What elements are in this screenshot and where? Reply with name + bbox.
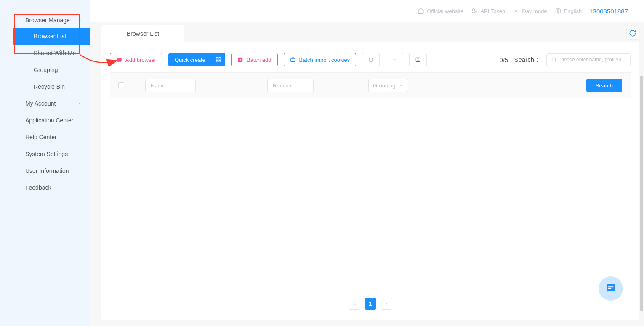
sidebar-item-label: Browser List: [34, 33, 66, 40]
svg-rect-5: [219, 58, 221, 59]
more-button[interactable]: [386, 53, 403, 66]
svg-point-1: [476, 11, 477, 13]
chevron-down-icon: [631, 8, 636, 13]
sidebar-item-label: System Settings: [25, 151, 68, 157]
chevron-up-icon: [77, 18, 82, 23]
filter-remark-input[interactable]: [267, 79, 314, 92]
quick-create-group: Quick create: [168, 53, 225, 66]
pagination-page-1[interactable]: 1: [365, 298, 376, 310]
sidebar-item-label: Grouping: [34, 66, 58, 73]
button-label: Quick create: [175, 57, 205, 63]
svg-point-11: [394, 59, 395, 60]
sidebar-item-recycle-bin[interactable]: Recycle Bin: [0, 78, 90, 95]
sidebar-item-label: Shared With Me: [34, 50, 76, 56]
search-box[interactable]: [546, 53, 631, 66]
filter-row: Grouping Search: [110, 72, 631, 98]
svg-rect-7: [219, 60, 221, 62]
quick-create-dropdown[interactable]: [212, 53, 225, 66]
sidebar-item-label: Application Center: [25, 117, 73, 124]
topbar-day-mode[interactable]: Day mode: [513, 8, 547, 14]
sidebar-item-label: Recycle Bin: [34, 83, 65, 90]
pagination-prev[interactable]: [349, 298, 360, 310]
svg-rect-6: [216, 60, 218, 62]
batch-add-button[interactable]: Batch add: [231, 53, 278, 66]
filter-name-input[interactable]: [145, 79, 196, 92]
scrollbar[interactable]: [640, 76, 643, 311]
select-all-checkbox[interactable]: [118, 82, 124, 88]
svg-point-14: [552, 58, 555, 61]
topbar-account[interactable]: 13003501887: [589, 8, 636, 15]
export-button[interactable]: [409, 53, 427, 66]
main-region: Official website API Token Day mode Engl…: [90, 0, 644, 326]
globe-icon: [555, 8, 562, 14]
sidebar-item-label: My Account: [25, 100, 56, 107]
add-browser-button[interactable]: Add browser: [110, 53, 162, 66]
button-label: Add browser: [125, 57, 156, 63]
trash-icon: [368, 57, 374, 63]
account-id-text: 13003501887: [589, 8, 628, 15]
chat-fab[interactable]: [599, 276, 623, 301]
sidebar-item-my-account[interactable]: My Account: [0, 95, 90, 112]
sidebar-item-application-center[interactable]: Application Center: [0, 112, 90, 129]
content-wrap: Browser List Add browser Quick create: [90, 22, 644, 326]
button-label: Search: [596, 82, 613, 89]
list-export-icon: [415, 57, 421, 63]
batch-import-cookies-button[interactable]: Batch import cookies: [284, 53, 357, 66]
topbar: Official website API Token Day mode Engl…: [90, 0, 644, 22]
search-icon: [551, 57, 557, 63]
sidebar-item-grouping[interactable]: Grouping: [0, 61, 90, 78]
select-placeholder: Grouping: [373, 82, 395, 89]
sidebar-section-label: Browser Manage: [25, 17, 70, 24]
home-icon: [418, 8, 424, 14]
grid-icon: [216, 57, 221, 63]
sidebar-item-user-information[interactable]: User Information: [0, 162, 90, 179]
toolbar: Add browser Quick create: [101, 50, 639, 72]
svg-point-2: [515, 10, 517, 12]
svg-point-12: [396, 59, 397, 60]
svg-point-10: [393, 59, 394, 60]
search-input[interactable]: [559, 57, 626, 63]
sidebar-item-label: User Information: [25, 167, 69, 174]
chevron-down-icon: [399, 83, 404, 88]
sidebar-item-system-settings[interactable]: System Settings: [0, 146, 90, 162]
plus-square-icon: [237, 57, 243, 63]
sidebar-item-feedback[interactable]: Feedback: [0, 179, 90, 196]
pagination-next[interactable]: [381, 298, 392, 310]
sidebar-item-browser-list[interactable]: Browser List: [13, 28, 90, 45]
sun-icon: [513, 8, 519, 14]
sidebar-item-label: Help Center: [25, 134, 57, 140]
quick-create-button[interactable]: Quick create: [168, 53, 212, 66]
topbar-language[interactable]: English: [555, 8, 582, 14]
ellipsis-icon: [391, 57, 397, 63]
sidebar-item-shared-with-me[interactable]: Shared With Me: [0, 45, 90, 61]
topbar-label: Day mode: [522, 8, 547, 14]
tab-browser-list[interactable]: Browser List: [101, 25, 184, 42]
refresh-button[interactable]: [626, 27, 639, 40]
sidebar-item-label: Feedback: [25, 184, 51, 191]
pagination: 1: [110, 291, 631, 311]
filter-grouping-select[interactable]: Grouping: [368, 79, 408, 92]
sidebar-item-help-center[interactable]: Help Center: [0, 129, 90, 146]
svg-rect-4: [216, 58, 218, 59]
tab-header: Browser List: [90, 22, 644, 42]
button-label: Batch add: [247, 57, 271, 63]
user-key-icon: [471, 8, 478, 14]
panel: Add browser Quick create: [101, 42, 639, 320]
filter-search-button[interactable]: Search: [586, 79, 622, 92]
tab-label: Browser List: [127, 30, 159, 37]
search-label: Search：: [514, 56, 540, 64]
topbar-api-token[interactable]: API Token: [471, 8, 505, 14]
browser-counter: 0/5: [500, 56, 508, 64]
sidebar: Browser Manage Browser List Shared With …: [0, 0, 90, 326]
folder-plus-icon: [116, 57, 122, 63]
delete-button[interactable]: [362, 53, 380, 66]
briefcase-icon: [290, 57, 296, 63]
topbar-label: API Token: [480, 8, 505, 14]
topbar-label: English: [564, 8, 582, 14]
svg-point-0: [473, 9, 475, 11]
topbar-label: Official website: [427, 8, 463, 14]
topbar-official-website[interactable]: Official website: [418, 8, 463, 14]
chevron-down-icon: [77, 101, 82, 106]
sidebar-section-browser-manage[interactable]: Browser Manage: [0, 13, 90, 28]
svg-rect-9: [290, 58, 295, 62]
